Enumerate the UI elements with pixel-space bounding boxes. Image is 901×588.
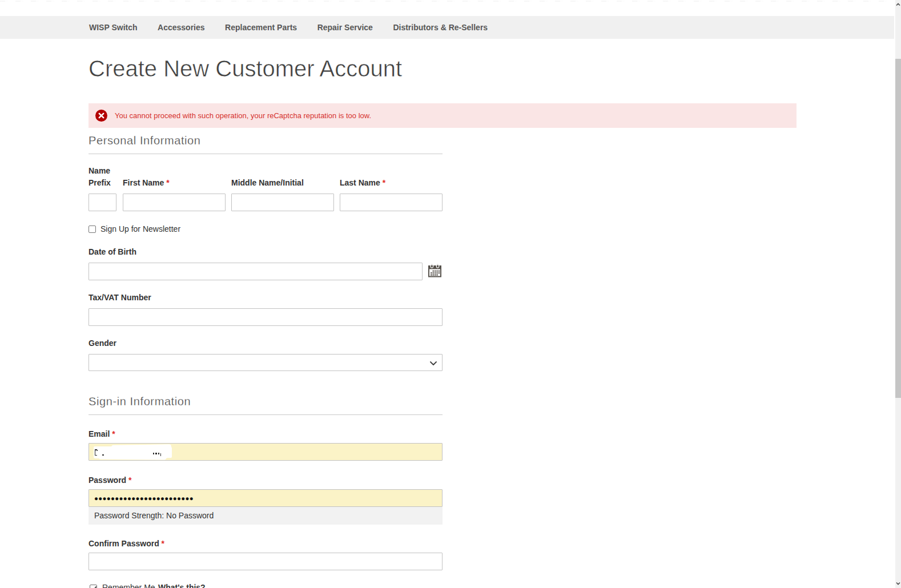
first-name-input[interactable] (123, 194, 226, 211)
newsletter-checkbox[interactable] (89, 225, 96, 233)
nav-item-accessories[interactable]: Accessories (158, 23, 205, 32)
required-asterisk: * (162, 539, 164, 548)
redaction-mark (97, 450, 98, 451)
nav-item-repair-service[interactable]: Repair Service (317, 23, 373, 32)
required-asterisk: * (112, 429, 115, 438)
nav-item-wisp-switch[interactable]: WISP Switch (89, 23, 138, 32)
whats-this-link[interactable]: What's this? (158, 582, 206, 588)
last-name-label: Last Name * (340, 177, 443, 189)
main-navigation: WISP Switch Accessories Replacement Part… (0, 16, 894, 39)
email-field (89, 443, 443, 461)
section-personal-information: Personal Information (89, 132, 443, 154)
redaction-mark (160, 453, 162, 457)
tax-vat-label: Tax/VAT Number (89, 292, 443, 304)
password-field: ●●●●●●●●●●●●●●●●●●●●●●●● (89, 489, 443, 507)
first-name-label: First Name * (123, 177, 226, 189)
field-last-name: Last Name * (340, 177, 443, 211)
calendar-icon[interactable] (428, 264, 441, 277)
required-asterisk: * (166, 178, 169, 187)
redaction-mark (155, 453, 157, 454)
password-masked-value: ●●●●●●●●●●●●●●●●●●●●●●●● (94, 489, 194, 507)
remember-me-checkbox[interactable] (90, 585, 97, 588)
nav-item-distributors[interactable]: Distributors & Re-Sellers (393, 23, 488, 32)
email-label: Email * (89, 428, 443, 440)
field-middle-name: Middle Name/Initial (231, 177, 334, 211)
personal-information-heading: Personal Information (89, 132, 443, 154)
name-fields-row: Name Prefix First Name * Middle Name/Ini… (89, 165, 443, 211)
page-title: Create New Customer Account (89, 57, 402, 80)
redaction-mark (158, 453, 160, 454)
redaction-mark (95, 455, 97, 456)
nav-items: WISP Switch Accessories Replacement Part… (0, 16, 894, 39)
newsletter-row: Sign Up for Newsletter (89, 224, 180, 233)
password-strength-meter: Password Strength: No Password (89, 507, 443, 525)
field-name-prefix: Name Prefix (89, 165, 117, 211)
field-first-name: First Name * (123, 177, 226, 211)
error-cross-circle-icon (95, 110, 107, 122)
password-label: Password * (89, 474, 443, 486)
last-name-input[interactable] (340, 194, 443, 211)
dob-input[interactable] (89, 263, 423, 280)
redaction-blob (164, 447, 172, 458)
required-asterisk: * (128, 476, 131, 485)
dob-label: Date of Birth (89, 246, 443, 258)
redaction-blob (111, 444, 171, 452)
password-strength-text: Password Strength: No Password (89, 507, 443, 525)
middle-name-input[interactable] (231, 194, 334, 211)
middle-name-label: Middle Name/Initial (231, 177, 334, 189)
signin-information-heading: Sign-in Information (89, 393, 443, 414)
page: WISP Switch Accessories Replacement Part… (0, 0, 901, 588)
required-asterisk: * (383, 178, 385, 187)
clipped-top-row-artifact (0, 1, 894, 2)
redaction-mark (153, 453, 155, 454)
section-signin-information: Sign-in Information (89, 393, 443, 415)
name-prefix-label: Name Prefix (89, 165, 117, 189)
nav-item-replacement-parts[interactable]: Replacement Parts (225, 23, 297, 32)
name-prefix-input[interactable] (89, 194, 116, 211)
redaction-mark (102, 454, 104, 456)
redaction-blob (99, 455, 166, 460)
gender-label: Gender (89, 337, 443, 349)
confirm-password-input[interactable] (89, 553, 443, 570)
error-message: You cannot proceed with such operation, … (89, 103, 797, 128)
vertical-scrollbar[interactable] (895, 0, 901, 588)
tax-vat-input[interactable] (89, 308, 443, 326)
confirm-password-label: Confirm Password * (89, 538, 443, 550)
scrollbar-down-icon[interactable] (896, 581, 900, 586)
error-message-text: You cannot proceed with such operation, … (115, 103, 371, 128)
scrollbar-thumb[interactable] (895, 59, 901, 398)
scrollbar-up-icon[interactable] (896, 2, 900, 7)
gender-select[interactable] (89, 354, 443, 371)
remember-me-label[interactable]: Remember Me (102, 582, 155, 588)
newsletter-label[interactable]: Sign Up for Newsletter (100, 224, 180, 233)
